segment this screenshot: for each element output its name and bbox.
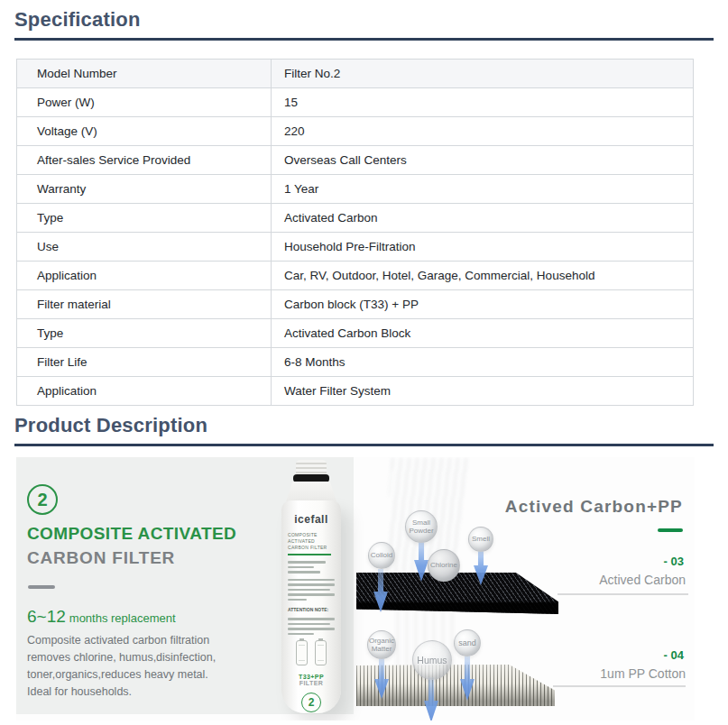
cartridge-label: icefall COMPOSITE ACTIVATED CARBON FILTE…	[288, 513, 335, 712]
spec-value-cell: Carbon block (T33) + PP	[272, 290, 694, 319]
spec-value-cell: Filter No.2	[272, 60, 694, 88]
model-name: T33+PP FILTER	[288, 674, 335, 686]
label-title-line1: COMPOSITE ACTIVATED	[288, 532, 318, 544]
spec-value-cell: 15	[272, 88, 694, 117]
table-row: Use Household Pre-Filtration	[17, 233, 694, 262]
layer-04-index: - 04	[664, 648, 684, 662]
panel-title-line1: COMPOSITE ACTIVATED	[27, 524, 236, 544]
cartridge-shoulder	[286, 482, 336, 501]
spec-value-cell: Water Filter System	[272, 377, 694, 406]
product-description-title-rule	[14, 444, 714, 446]
table-row: Filter Life 6-8 Months	[17, 348, 694, 377]
spec-value-cell: Car, RV, Outdoor, Hotel, Garage, Commerc…	[272, 262, 694, 290]
step-number-badge: 2	[27, 484, 58, 515]
specification-table: Model Number Filter No.2 Power (W) 15 Vo…	[16, 59, 694, 406]
label-fine-print	[288, 561, 335, 574]
description-line: toner,organics,reduces heavy metal.	[27, 666, 216, 684]
replacement-value: 6~12	[27, 607, 66, 626]
product-description-image: 2 COMPOSITE ACTIVATED CARBON FILTER 6~12…	[16, 457, 695, 720]
diagram-heading: Actived Carbon+PP	[505, 497, 683, 517]
filter-stage-icons	[288, 640, 335, 665]
spec-value-cell: Overseas Call Centers	[272, 146, 694, 175]
spec-value-cell: Household Pre-Filtration	[272, 233, 694, 262]
spec-value-cell: Activated Carbon	[272, 204, 694, 233]
description-line: removes chlorine, humus,disinfection,	[27, 649, 216, 666]
contaminant-bubble-chlorine: Chlorine	[428, 549, 460, 582]
spec-label-cell: Voltage (V)	[17, 117, 272, 146]
cartridge-label-title: COMPOSITE ACTIVATED CARBON FILTER	[288, 532, 335, 551]
product-description-title: Product Description	[14, 406, 714, 437]
spec-label-cell: Filter material	[17, 290, 272, 319]
contaminant-bubble-organic-matter: Organic Matter	[367, 630, 396, 659]
attention-fine-print	[288, 618, 335, 635]
spec-label-cell: Type	[17, 204, 272, 233]
spec-label-cell: Type	[17, 319, 272, 348]
spec-label-cell: Model Number	[17, 60, 272, 88]
contaminant-bubble-humus: Humus	[412, 640, 452, 680]
specification-title-rule	[14, 38, 714, 41]
table-row: Power (W) 15	[17, 88, 694, 117]
diagram-green-dash	[658, 528, 683, 532]
replacement-text: months replacement	[69, 611, 176, 625]
attention-note: ATTENTION NOTE:	[288, 607, 335, 612]
spec-label-cell: Application	[17, 262, 272, 290]
label-paragraph	[288, 579, 335, 601]
spec-label-cell: Filter Life	[17, 348, 272, 377]
spec-label-cell: Application	[17, 377, 272, 406]
filter-stage-icon	[315, 640, 327, 665]
spec-label-cell: After-sales Service Provided	[17, 146, 272, 175]
label-green-rule	[288, 554, 331, 555]
product-description-section: Product Description 2 COMPOSITE ACTIVATE…	[14, 406, 714, 720]
label-title-line2: CARBON FILTER	[288, 545, 327, 550]
contaminant-bubble-sand: sand	[454, 629, 481, 656]
model-name-green: T33+PP	[299, 674, 324, 680]
table-row: Type Activated Carbon	[17, 204, 694, 233]
filter-stage-icon	[296, 640, 308, 665]
cartridge-o-ring	[293, 474, 329, 482]
table-row: Application Car, RV, Outdoor, Hotel, Gar…	[17, 262, 694, 290]
spec-value-cell: Activated Carbon Block	[272, 319, 694, 348]
table-row: Warranty 1 Year	[17, 175, 694, 204]
specification-title: Specification	[14, 0, 714, 32]
table-row: Type Activated Carbon Block	[17, 319, 694, 348]
spec-value-cell: 220	[272, 117, 694, 146]
spec-label-cell: Use	[17, 233, 272, 262]
cartridge-step-badge: 2	[301, 693, 321, 712]
brand-name: icefall	[288, 513, 335, 526]
layer-04-name: 1um PP Cotton	[600, 666, 686, 681]
filter-cartridge: icefall COMPOSITE ACTIVATED CARBON FILTE…	[281, 500, 341, 713]
table-row: Model Number Filter No.2	[17, 60, 694, 88]
specification-section: Specification Model Number Filter No.2 P…	[14, 0, 714, 406]
model-name-gray: FILTER	[299, 680, 323, 686]
spec-label-cell: Warranty	[17, 175, 272, 204]
layer-03-index: - 03	[664, 555, 684, 568]
panel-divider-dash	[28, 585, 55, 589]
table-row: Filter material Carbon block (T33) + PP	[17, 290, 694, 319]
spec-value-cell: 1 Year	[272, 175, 694, 204]
description-line: Ideal for households.	[27, 684, 216, 701]
contaminant-bubble-small-powder: Small Powder	[405, 510, 438, 543]
spec-label-cell: Power (W)	[17, 88, 272, 117]
table-row: After-sales Service Provided Overseas Ca…	[17, 146, 694, 175]
replacement-interval: 6~12months replacement	[27, 607, 176, 627]
table-row: Voltage (V) 220	[17, 117, 694, 146]
table-row: Application Water Filter System	[17, 377, 694, 406]
spec-value-cell: 6-8 Months	[272, 348, 694, 377]
layer-03-leader-line	[558, 593, 688, 595]
panel-title-line2: CARBON FILTER	[27, 548, 175, 568]
panel-description: Composite activated carbon filtration re…	[27, 632, 216, 701]
contaminant-bubble-colloid: Colloid	[368, 542, 395, 569]
layer-04-leader-line	[553, 685, 686, 687]
contaminant-bubble-smell: Smell	[468, 527, 493, 552]
layer-03-name: Actived Carbon	[599, 573, 686, 587]
description-line: Composite activated carbon filtration	[27, 632, 216, 649]
